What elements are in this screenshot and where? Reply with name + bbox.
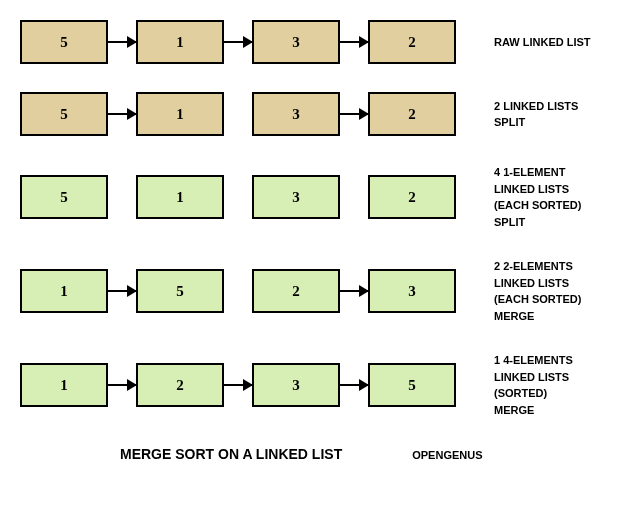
row-label: 4 1-ELEMENTLINKED LISTS(EACH SORTED)SPLI…	[494, 164, 610, 230]
node: 5	[20, 92, 108, 136]
arrow-icon	[108, 41, 136, 43]
row-label: 2 2-ELEMENTSLINKED LISTS(EACH SORTED)MER…	[494, 258, 610, 324]
node: 2	[368, 92, 456, 136]
row-label: 2 LINKED LISTSSPLIT	[494, 98, 610, 131]
arrow-icon	[340, 113, 368, 115]
row-label: RAW LINKED LIST	[494, 34, 610, 51]
diagram-credit: OPENGENUS	[412, 449, 482, 461]
merge-sort-diagram: 5132RAW LINKED LIST51322 LINKED LISTSSPL…	[20, 20, 610, 418]
node: 3	[252, 175, 340, 219]
node: 5	[136, 269, 224, 313]
node: 1	[136, 175, 224, 219]
node: 1	[136, 92, 224, 136]
row-3: 15232 2-ELEMENTSLINKED LISTS(EACH SORTED…	[20, 258, 610, 324]
node: 3	[252, 363, 340, 407]
node: 5	[368, 363, 456, 407]
row-label: 1 4-ELEMENTSLINKED LISTS(SORTED)MERGE	[494, 352, 610, 418]
row-0: 5132RAW LINKED LIST	[20, 20, 610, 64]
row-1: 51322 LINKED LISTSSPLIT	[20, 92, 610, 136]
node: 2	[368, 175, 456, 219]
arrow-icon	[108, 113, 136, 115]
arrow-icon	[340, 290, 368, 292]
arrow-icon	[340, 384, 368, 386]
node: 1	[136, 20, 224, 64]
nodes-group: 5132	[20, 92, 484, 136]
nodes-group: 5132	[20, 20, 484, 64]
arrow-icon	[340, 41, 368, 43]
node: 2	[136, 363, 224, 407]
nodes-group: 5132	[20, 175, 484, 219]
diagram-title: MERGE SORT ON A LINKED LIST	[120, 446, 342, 462]
node: 3	[368, 269, 456, 313]
arrow-icon	[224, 41, 252, 43]
node: 1	[20, 363, 108, 407]
node: 2	[368, 20, 456, 64]
nodes-group: 1235	[20, 363, 484, 407]
row-4: 12351 4-ELEMENTSLINKED LISTS(SORTED)MERG…	[20, 352, 610, 418]
arrow-icon	[108, 290, 136, 292]
arrow-icon	[108, 384, 136, 386]
row-2: 51324 1-ELEMENTLINKED LISTS(EACH SORTED)…	[20, 164, 610, 230]
footer: MERGE SORT ON A LINKED LIST OPENGENUS	[120, 446, 610, 462]
node: 3	[252, 92, 340, 136]
arrow-icon	[224, 384, 252, 386]
node: 1	[20, 269, 108, 313]
nodes-group: 1523	[20, 269, 484, 313]
node: 5	[20, 175, 108, 219]
node: 2	[252, 269, 340, 313]
node: 5	[20, 20, 108, 64]
node: 3	[252, 20, 340, 64]
